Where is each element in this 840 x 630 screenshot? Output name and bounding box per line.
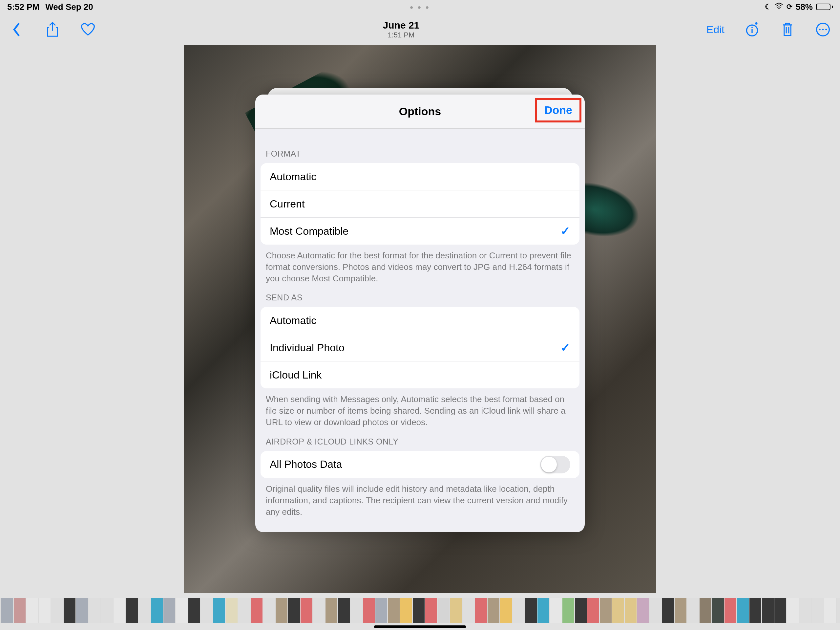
thumbnail[interactable] xyxy=(575,598,587,623)
thumbnail[interactable] xyxy=(475,598,487,623)
thumbnail[interactable] xyxy=(500,598,512,623)
thumbnail-strip[interactable] xyxy=(0,598,840,623)
thumbnail[interactable] xyxy=(351,598,362,623)
thumbnail[interactable] xyxy=(562,598,574,623)
thumbnail[interactable] xyxy=(737,598,749,623)
favorite-button[interactable] xyxy=(80,22,96,37)
thumbnail[interactable] xyxy=(537,598,549,623)
thumbnail[interactable] xyxy=(650,598,662,623)
thumbnail[interactable] xyxy=(176,598,188,623)
option-group: AutomaticCurrentMost Compatible✓ xyxy=(261,163,579,245)
thumbnail[interactable] xyxy=(812,598,824,623)
thumbnail[interactable] xyxy=(413,598,425,623)
thumbnail[interactable] xyxy=(637,598,649,623)
more-button[interactable] xyxy=(815,22,831,37)
info-button[interactable] xyxy=(744,22,760,37)
thumbnail[interactable] xyxy=(76,598,88,623)
thumbnail[interactable] xyxy=(338,598,350,623)
thumbnail[interactable] xyxy=(625,598,636,623)
thumbnail[interactable] xyxy=(139,598,150,623)
share-button[interactable] xyxy=(45,22,60,37)
do-not-disturb-icon: ☾ xyxy=(765,3,771,11)
thumbnail[interactable] xyxy=(450,598,462,623)
thumbnail[interactable] xyxy=(51,598,63,623)
thumbnail[interactable] xyxy=(101,598,113,623)
thumbnail[interactable] xyxy=(1,598,13,623)
thumbnail[interactable] xyxy=(251,598,262,623)
thumbnail[interactable] xyxy=(375,598,387,623)
thumbnail[interactable] xyxy=(787,598,799,623)
thumbnail[interactable] xyxy=(550,598,562,623)
thumbnail[interactable] xyxy=(463,598,474,623)
option-row[interactable]: Individual Photo✓ xyxy=(261,334,579,361)
thumbnail[interactable] xyxy=(600,598,612,623)
thumbnail[interactable] xyxy=(824,598,836,623)
thumbnail[interactable] xyxy=(238,598,250,623)
thumbnail[interactable] xyxy=(88,598,100,623)
thumbnail[interactable] xyxy=(774,598,786,623)
edit-button[interactable]: Edit xyxy=(706,24,725,36)
thumbnail[interactable] xyxy=(750,598,761,623)
thumbnail[interactable] xyxy=(363,598,375,623)
thumbnail[interactable] xyxy=(325,598,337,623)
thumbnail[interactable] xyxy=(513,598,524,623)
thumbnail[interactable] xyxy=(438,598,450,623)
thumbnail[interactable] xyxy=(201,598,213,623)
thumbnail[interactable] xyxy=(662,598,674,623)
thumbnail[interactable] xyxy=(388,598,399,623)
option-row[interactable]: Automatic xyxy=(261,163,579,190)
thumbnail[interactable] xyxy=(226,598,238,623)
done-button[interactable]: Done xyxy=(544,104,572,116)
thumbnail[interactable] xyxy=(300,598,313,623)
thumbnail[interactable] xyxy=(799,598,811,623)
thumbnail[interactable] xyxy=(163,598,175,623)
thumbnail[interactable] xyxy=(687,598,699,623)
thumbnail[interactable] xyxy=(488,598,499,623)
option-label: Most Compatible xyxy=(270,225,349,237)
checkmark-icon: ✓ xyxy=(561,341,570,355)
thumbnail[interactable] xyxy=(612,598,624,623)
trash-button[interactable] xyxy=(780,22,795,37)
thumbnail[interactable] xyxy=(126,598,138,623)
orientation-lock-icon: ⟳ xyxy=(786,3,793,11)
thumbnail[interactable] xyxy=(276,598,287,623)
battery-icon xyxy=(816,4,833,10)
thumbnail[interactable] xyxy=(213,598,225,623)
option-row[interactable]: iCloud Link xyxy=(261,361,579,388)
thumbnail[interactable] xyxy=(14,598,25,623)
thumbnail[interactable] xyxy=(39,598,51,623)
option-row[interactable]: Most Compatible✓ xyxy=(261,218,579,245)
thumbnail[interactable] xyxy=(288,598,300,623)
thumbnail[interactable] xyxy=(712,598,724,623)
status-time: 5:52 PM xyxy=(7,2,39,12)
toggle-row[interactable]: All Photos Data xyxy=(261,451,579,478)
thumbnail[interactable] xyxy=(425,598,437,623)
thumbnail[interactable] xyxy=(725,598,736,623)
thumbnail[interactable] xyxy=(675,598,687,623)
svg-point-7 xyxy=(819,29,821,30)
toggle-switch[interactable] xyxy=(540,456,570,473)
back-button[interactable] xyxy=(9,22,25,37)
thumbnail[interactable] xyxy=(263,598,275,623)
home-indicator[interactable] xyxy=(374,625,466,628)
thumbnail[interactable] xyxy=(400,598,412,623)
thumbnail[interactable] xyxy=(313,598,325,623)
thumbnail[interactable] xyxy=(762,598,774,623)
option-row[interactable]: Current xyxy=(261,190,579,218)
thumbnail[interactable] xyxy=(64,598,76,623)
nav-bar: June 21 1:51 PM Edit xyxy=(0,14,840,46)
thumbnail[interactable] xyxy=(525,598,537,623)
thumbnail[interactable] xyxy=(114,598,125,623)
thumbnail[interactable] xyxy=(151,598,163,623)
svg-point-0 xyxy=(778,8,779,9)
thumbnail[interactable] xyxy=(26,598,38,623)
thumbnail[interactable] xyxy=(837,598,840,623)
battery-percent: 58% xyxy=(796,2,813,12)
thumbnail[interactable] xyxy=(587,598,599,623)
thumbnail[interactable] xyxy=(699,598,711,623)
option-label: Individual Photo xyxy=(270,342,344,354)
option-row[interactable]: Automatic xyxy=(261,307,579,334)
thumbnail[interactable] xyxy=(188,598,200,623)
option-group: AutomaticIndividual Photo✓iCloud Link xyxy=(261,307,579,388)
wifi-icon xyxy=(775,3,783,11)
